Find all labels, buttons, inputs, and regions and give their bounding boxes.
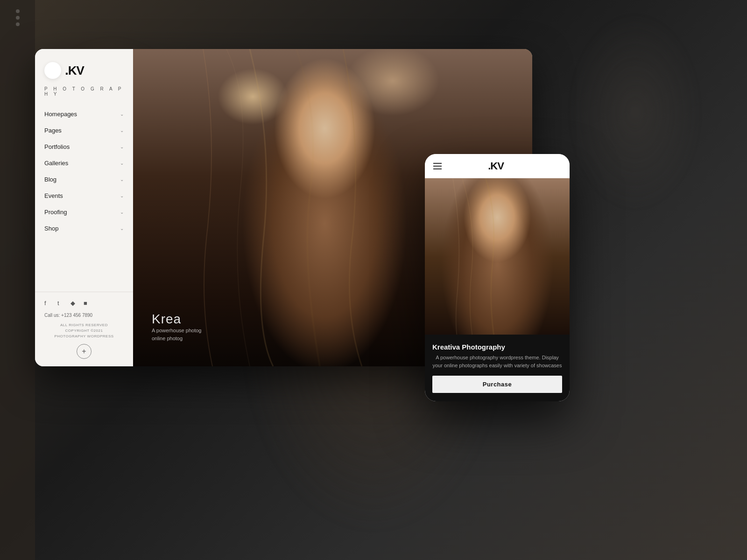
chevron-down-icon-pages: ⌄ (120, 128, 124, 133)
nav-label-homepages: Homepages (44, 111, 77, 118)
nav-item-proofing[interactable]: Proofing ⌄ (35, 204, 133, 220)
chevron-down-icon-portfolios: ⌄ (120, 144, 124, 149)
mobile-hair-overlay (425, 178, 570, 335)
nav-label-shop: Shop (44, 225, 58, 232)
instagram-icon[interactable]: ◆ (70, 300, 79, 308)
chevron-down-icon-events: ⌄ (120, 193, 124, 198)
logo-circle (44, 62, 61, 79)
mobile-device: .KV Kreativa Photography A powerhouse ph… (425, 154, 570, 401)
bg-dot-2 (16, 16, 20, 20)
bg-dot-1 (16, 9, 20, 13)
facebook-icon[interactable]: f (44, 300, 53, 308)
hamburger-line-1 (433, 163, 442, 164)
sidebar-logo-area: .KV (35, 49, 133, 86)
nav-item-blog[interactable]: Blog ⌄ (35, 171, 133, 188)
nav-item-pages[interactable]: Pages ⌄ (35, 122, 133, 139)
nav-label-portfolios: Portfolios (44, 143, 70, 150)
nav-label-events: Events (44, 192, 63, 199)
phone-text: Call us: +123 456 7890 (44, 313, 124, 318)
sidebar-nav: Homepages ⌄ Pages ⌄ Portfolios ⌄ Galleri… (35, 106, 133, 292)
nav-item-galleries[interactable]: Galleries ⌄ (35, 155, 133, 171)
bg-partial-left (0, 0, 35, 560)
mobile-logo: .KV (488, 160, 504, 172)
mobile-bottom-panel: Kreativa Photography A powerhouse photog… (425, 335, 570, 401)
chevron-down-icon-proofing: ⌄ (120, 210, 124, 215)
nav-label-galleries: Galleries (44, 160, 68, 167)
mobile-hero-photo (425, 178, 570, 335)
chevron-down-icon-shop: ⌄ (120, 226, 124, 231)
nav-item-portfolios[interactable]: Portfolios ⌄ (35, 139, 133, 155)
extra-social-icon[interactable]: ■ (84, 300, 92, 308)
hamburger-line-3 (433, 168, 442, 169)
nav-item-events[interactable]: Events ⌄ (35, 188, 133, 204)
sidebar-footer: f t ◆ ■ Call us: +123 456 7890 ALL RIGHT… (35, 292, 133, 366)
social-icons: f t ◆ ■ (44, 300, 124, 308)
chevron-down-icon-galleries: ⌄ (120, 161, 124, 166)
nav-label-proofing: Proofing (44, 209, 67, 216)
logo-kv: KV (68, 63, 84, 77)
chevron-down-icon-homepages: ⌄ (120, 112, 124, 117)
bg-dot-3 (16, 22, 20, 26)
hamburger-menu-button[interactable] (433, 163, 442, 169)
chevron-down-icon-blog: ⌄ (120, 177, 124, 182)
sidebar: .KV P H O T O G R A P H Y Homepages ⌄ Pa… (35, 49, 133, 366)
nav-label-pages: Pages (44, 127, 62, 134)
hamburger-line-2 (433, 166, 442, 167)
copyright-text: ALL RIGHTS RESERVED COPYRIGHT ©2021 PHOT… (44, 322, 124, 339)
logo-dot: . (65, 63, 68, 77)
logo-text: .KV (65, 63, 84, 78)
nav-item-shop[interactable]: Shop ⌄ (35, 220, 133, 237)
mobile-header: .KV (425, 154, 570, 178)
nav-label-blog: Blog (44, 176, 56, 183)
hero-subtitle: A powerhouse photog online photog (152, 327, 201, 343)
plus-button[interactable]: + (77, 344, 92, 359)
twitter-icon[interactable]: t (57, 300, 66, 308)
purchase-button[interactable]: Purchase (432, 376, 562, 393)
mobile-app-title: Kreativa Photography (432, 343, 562, 351)
nav-item-homepages[interactable]: Homepages ⌄ (35, 106, 133, 122)
logo-photography: P H O T O G R A P H Y (35, 86, 133, 106)
hero-title: Krea (152, 312, 201, 327)
hero-text-overlay: Krea A powerhouse photog online photog (152, 312, 201, 343)
mobile-app-description: A powerhouse photography wordpress theme… (432, 354, 562, 369)
